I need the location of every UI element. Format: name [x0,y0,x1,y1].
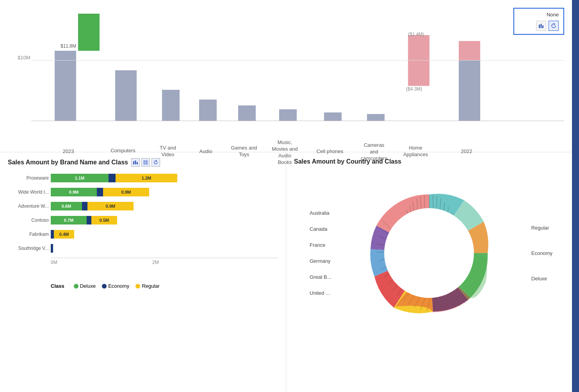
svg-rect-4 [135,160,136,164]
chord-chart-container: Australia Canada France Germany Great B.… [294,171,564,335]
table-row: Southridge V... [51,243,278,254]
brand-chart-title-row: Sales Amount by Brand Name and Class [8,158,278,167]
svg-rect-5 [137,162,138,164]
brand-bars-adventure: 0.6M 0.9M [51,202,134,210]
chart-baseline [31,121,564,121]
svg-rect-2 [542,25,543,28]
chord-label-deluxe: Deluxe [531,276,552,282]
bar-seg-regular: 0.9M [103,188,149,196]
bar-2022-red [459,41,480,61]
chord-label-regular: Regular [531,225,552,231]
svg-rect-3 [133,161,134,164]
bar-computers [115,70,137,121]
val-home-top: ($1.4M) [408,32,424,37]
table-row: Wide World I... 0.9M 0.9M [51,187,278,198]
bar-seg-deluxe: 1.1M [51,174,109,182]
content-area: $10M $11.8M [0,0,572,392]
tooltip-bar-icon[interactable] [536,21,546,31]
bar-music [279,109,297,121]
brand-bars-fabrikam: 0.4M [51,230,74,239]
table-row: Contoso 0.7M 0.5M [51,215,278,226]
bar-seg-regular: 0.4M [54,230,74,239]
bar-seg-economy [51,244,53,253]
bar-2023-green [78,14,100,51]
x-axis-2m: 2M [152,260,159,265]
chord-label-france: France [310,242,331,248]
bar-seg-economy [87,216,91,225]
chord-left-labels: Australia Canada France Germany Great B.… [310,210,331,296]
brand-name-southridge: Southridge V... [8,246,49,251]
tooltip-box: None [513,8,564,35]
brand-name-fabrikam: Fabrikam [8,232,49,237]
x-axis-0m: 0M [51,260,57,265]
legend-label-regular: Regular [142,283,160,289]
bar-seg-economy [97,188,103,196]
legend-label-deluxe: Deluxe [80,283,96,289]
bar-games [238,105,256,121]
country-chart-panel: Sales Amount by Country and Class Austra… [286,152,572,392]
chart-legend: Class Deluxe Economy Regular [8,283,278,289]
brand-chart-icons [131,158,160,167]
chord-label-great-britain: Great B... [310,274,331,280]
brand-bars-proseware: 1.1M 1.2M [51,174,177,182]
brand-chart-panel: Sales Amount by Brand Name and Class [0,152,286,392]
y-axis-label: $10M [18,55,30,61]
chord-label-united: United ... [310,290,331,296]
svg-rect-0 [539,25,540,28]
chord-right-labels: Regular Economy Deluxe [531,225,552,282]
top-chart-section: $10M $11.8M [0,0,572,152]
chart-gridline-10m [31,60,564,61]
legend-class-label: Class [51,283,64,289]
brand-name-proseware: Proseware [8,175,49,181]
chord-label-canada: Canada [310,226,331,232]
legend-item-deluxe: Deluxe [74,283,96,289]
legend-dot-economy [102,284,107,289]
brand-icon-table[interactable] [141,158,150,167]
legend-item-economy: Economy [102,283,129,289]
chord-svg [355,179,503,327]
brand-bars-wide-world: 0.9M 0.9M [51,188,149,196]
bar-home-neg-bot [408,61,429,86]
table-row: Fabrikam 0.4M [51,229,278,240]
legend-item-regular: Regular [135,283,160,289]
bar-seg-regular: 0.5M [91,216,117,225]
bar-cameras [367,114,385,121]
brand-name-adventure: Adventure W... [8,203,49,209]
brand-icon-refresh[interactable] [151,158,160,167]
bar-home-neg-top [408,35,429,61]
bar-seg-economy [109,174,116,182]
tooltip-none-label: None [519,12,559,18]
svg-rect-6 [143,160,148,165]
bar-seg-deluxe: 0.9M [51,188,97,196]
tooltip-icons-row [519,21,559,31]
bar-seg-regular: 0.9M [87,202,134,210]
bar-tv [162,90,180,121]
svg-rect-1 [541,24,542,28]
svg-point-12 [384,208,474,298]
bar-seg-deluxe: 0.6M [51,202,82,210]
bar-seg-deluxe: 0.7M [51,216,87,225]
right-sidebar [572,0,579,392]
brand-icon-bar[interactable] [131,158,140,167]
brand-chart-title: Sales Amount by Brand Name and Class [8,159,128,166]
brand-name-wide-world: Wide World I... [8,189,49,195]
bar-2022-gray [459,61,480,121]
country-chart-title-row: Sales Amount by Country and Class [294,158,564,165]
bar-cell [324,112,342,121]
val-home-bot: ($4.3M) [406,86,422,92]
bar-seg-economy [82,202,87,210]
legend-label-economy: Economy [108,283,129,289]
brand-bars-contoso: 0.7M 0.5M [51,216,117,225]
tooltip-refresh-icon[interactable] [549,21,559,31]
brand-bars-southridge [51,244,53,253]
bar-2023-gray [55,51,76,121]
val-2023: $11.8M [61,43,76,49]
chord-label-economy: Economy [531,250,552,256]
legend-dot-deluxe [74,284,78,289]
country-chart-title: Sales Amount by Country and Class [294,158,401,165]
bar-audio [199,100,217,121]
bottom-charts: Sales Amount by Brand Name and Class [0,152,572,392]
bar-seg-regular: 1.2M [116,174,177,182]
brand-name-contoso: Contoso [8,217,49,223]
table-row: Adventure W... 0.6M 0.9M [51,201,278,212]
